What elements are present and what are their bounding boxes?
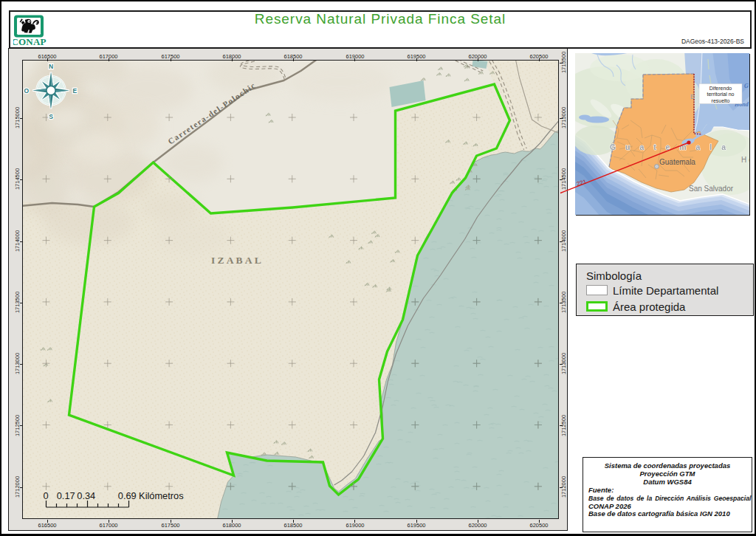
svg-text:San Salvador: San Salvador [689,185,734,193]
svg-text:territorial no: territorial no [707,92,735,97]
svg-text:O: O [24,87,30,95]
svg-text:S: S [49,113,54,120]
svg-text:IZABAL: IZABAL [211,255,264,266]
svg-text:N: N [49,63,53,70]
svg-text:CONAP: CONAP [13,36,47,47]
svg-text:E: E [73,87,78,95]
svg-text:G u a t e m a l a: G u a t e m a l a [610,142,729,151]
svg-text:Diferendo: Diferendo [709,86,732,91]
svg-text:0.69: 0.69 [118,490,137,501]
svg-text:resuelto: resuelto [712,98,730,103]
svg-text:0.17: 0.17 [57,490,75,501]
svg-text:Ho: Ho [741,156,749,164]
svg-text:0.34: 0.34 [78,490,96,501]
svg-text:Kilómetros: Kilómetros [139,490,183,501]
svg-text:B: B [690,93,695,100]
svg-text:G u: G u [744,83,749,89]
svg-text:0: 0 [44,490,49,501]
svg-text:Guatemala: Guatemala [659,158,695,166]
